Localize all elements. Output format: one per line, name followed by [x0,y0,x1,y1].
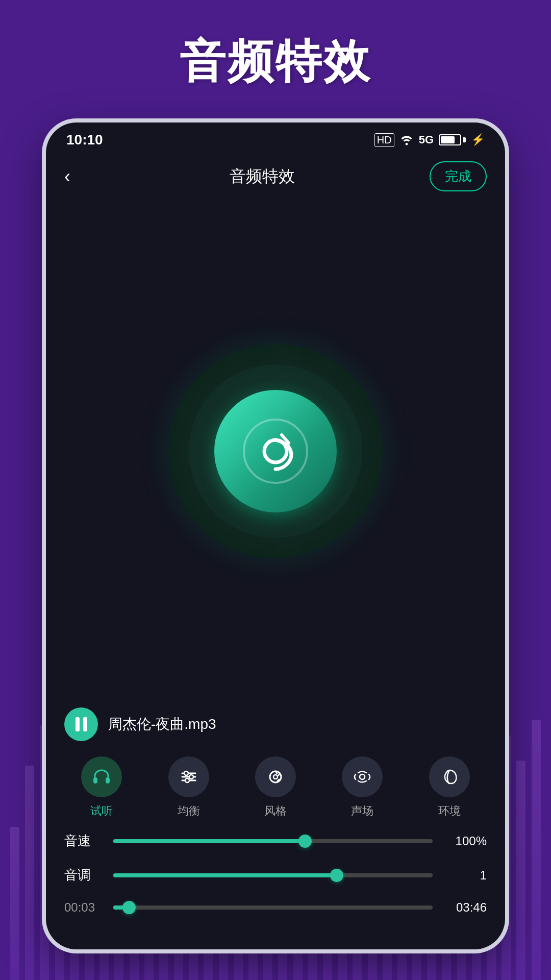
battery-icon [439,134,466,145]
tab-soundfield[interactable]: 声场 [337,756,388,819]
svg-point-9 [189,775,193,779]
style-icon-wrap [255,756,296,797]
page-title-overlay: 音频特效 [0,31,551,93]
time-total: 03:46 [441,900,487,915]
tab-style[interactable]: 风格 [250,756,301,819]
svg-point-0 [244,420,307,483]
tab-environment-label: 环境 [438,803,461,819]
svg-point-12 [273,775,278,779]
pitch-value: 1 [441,868,487,883]
soundfield-icon [352,766,373,788]
done-button[interactable]: 完成 [430,161,487,191]
equalizer-icon-wrap [168,756,209,797]
nav-title: 音频特效 [230,165,295,188]
pitch-slider-row: 音调 1 [64,866,487,884]
sliders-area: 音速 100% 音调 1 00:03 [46,822,505,949]
svg-point-15 [360,774,365,779]
environment-icon-wrap [429,756,470,797]
tab-style-label: 风格 [264,803,287,819]
headphone-icon [91,766,112,788]
time-current: 00:03 [64,900,105,915]
album-inner-ring [189,364,362,538]
svg-point-10 [185,778,189,782]
speed-value: 100% [441,834,487,848]
album-logo [214,390,337,512]
status-icons: HD 5G ⚡ [374,133,485,147]
signal-icon: 5G [419,133,434,146]
svg-rect-3 [93,777,97,783]
tab-equalizer-label: 均衡 [178,803,200,819]
play-pause-button[interactable] [64,707,98,741]
audition-icon-wrap [81,756,122,797]
time-slider[interactable] [113,905,433,910]
tab-audition[interactable]: 试听 [76,756,127,819]
pitch-slider[interactable] [113,873,433,877]
hd-icon: HD [374,133,394,147]
style-icon [265,766,286,788]
sliders-icon [178,766,199,788]
tab-equalizer[interactable]: 均衡 [163,756,214,819]
time-slider-row: 00:03 03:46 [64,900,487,915]
status-time: 10:10 [66,132,103,148]
speed-slider[interactable] [113,839,433,843]
leaf-icon [439,766,460,788]
status-bar: 10:10 HD 5G ⚡ [46,122,505,153]
album-area [46,200,505,702]
soundfield-icon-wrap [342,756,383,797]
svg-rect-4 [106,777,110,783]
song-title: 周杰伦-夜曲.mp3 [108,715,487,734]
tab-audition-label: 试听 [90,803,113,819]
charging-icon: ⚡ [471,133,485,146]
pitch-label: 音调 [64,866,105,884]
album-outer-ring [168,344,383,558]
svg-point-8 [184,771,188,775]
pause-icon [76,717,87,731]
wifi-icon [399,134,414,145]
speed-slider-row: 音速 100% [64,832,487,850]
tab-soundfield-label: 声场 [351,803,373,819]
phone-frame: 10:10 HD 5G ⚡ ‹ 音频特效 完成 [46,122,505,949]
speed-label: 音速 [64,832,105,850]
tab-environment[interactable]: 环境 [424,756,475,819]
app-logo-svg [240,415,311,487]
player-row: 周杰伦-夜曲.mp3 [46,702,505,751]
tabs-row: 试听 均衡 [46,751,505,822]
back-button[interactable]: ‹ [64,166,95,187]
nav-bar: ‹ 音频特效 完成 [46,153,505,200]
